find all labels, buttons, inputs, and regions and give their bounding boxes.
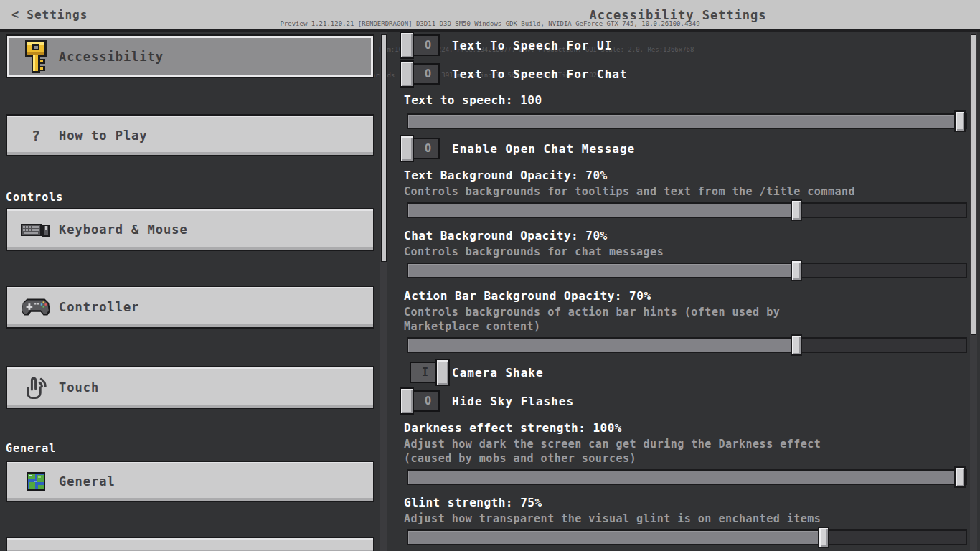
- settings-sidebar: Accessibility ? How to Play Controls: [0, 32, 391, 551]
- sidebar-item-label: Keyboard & Mouse: [59, 222, 188, 237]
- sidebar-item-how-to-play[interactable]: ? How to Play: [6, 114, 374, 156]
- key-icon: [20, 41, 52, 72]
- setting-camera-shake: I Camera Shake: [400, 362, 544, 383]
- slider-fill: [408, 115, 966, 128]
- toggle-state-glyph: O: [425, 395, 431, 408]
- content-scrollbar[interactable]: [970, 32, 977, 551]
- globe-icon: [20, 466, 52, 497]
- toggle-state-glyph: O: [425, 67, 431, 80]
- toggle-knob: [435, 359, 450, 386]
- setting-hide-sky-flashes: O Hide Sky Flashes: [400, 390, 574, 412]
- sidebar-item-touch[interactable]: Touch: [6, 366, 374, 409]
- sidebar-item-general[interactable]: General: [6, 461, 374, 502]
- slider-label: Text Background Opacity: 70%: [404, 169, 608, 182]
- slider-fill: [408, 531, 829, 544]
- controller-icon: [20, 291, 52, 323]
- touch-icon: [20, 372, 52, 403]
- toggle-hide-sky-flashes[interactable]: O: [400, 390, 440, 412]
- toggle-knob: [400, 60, 414, 88]
- slider-knob[interactable]: [954, 466, 966, 488]
- slider-description: Controls backgrounds of action bar hints…: [404, 305, 780, 334]
- sidebar-item-label: General: [59, 474, 116, 489]
- slider-knob[interactable]: [791, 334, 802, 356]
- slider-label: Action Bar Background Opacity: 70%: [404, 289, 651, 303]
- slider-glint-strength[interactable]: [407, 529, 967, 545]
- toggle-state-glyph: O: [425, 39, 431, 52]
- slider-text-to-speech[interactable]: [407, 113, 967, 129]
- slider-label: Text to speech: 100: [404, 93, 542, 107]
- section-label-general: General: [6, 442, 56, 455]
- toggle-text-to-speech-ui[interactable]: O: [400, 34, 440, 56]
- sidebar-scrollbar[interactable]: [380, 32, 387, 551]
- slider-fill: [408, 204, 802, 217]
- setting-text-to-speech-ui: O Text To Speech For UI: [400, 34, 612, 56]
- slider-description: Adjust how dark the screen can get durin…: [404, 437, 821, 466]
- toggle-label: Enable Open Chat Message: [452, 142, 635, 156]
- accessibility-settings-screen: Preview 1.21.120.21 [RENDERDRAGON] D3D11…: [0, 0, 980, 551]
- toggle-knob: [400, 387, 414, 415]
- slider-description: Adjust how transparent the visual glint …: [404, 512, 821, 526]
- sidebar-item-keyboard-mouse[interactable]: Keyboard & Mouse: [6, 208, 374, 251]
- slider-fill: [408, 339, 802, 352]
- sidebar-item-partial[interactable]: [6, 537, 374, 551]
- toggle-label: Text To Speech For UI: [452, 39, 612, 52]
- slider-text-background-opacity[interactable]: [407, 202, 967, 218]
- toggle-label: Text To Speech For Chat: [452, 67, 628, 81]
- toggle-label: Hide Sky Flashes: [452, 395, 574, 408]
- setting-text-to-speech-chat: O Text To Speech For Chat: [400, 63, 628, 85]
- sidebar-item-controller[interactable]: Controller: [6, 286, 374, 329]
- toggle-camera-shake[interactable]: I: [410, 362, 450, 383]
- sidebar-item-accessibility[interactable]: Accessibility: [6, 34, 374, 78]
- toggle-knob: [400, 32, 414, 59]
- slider-action-bar-background-opacity[interactable]: [407, 337, 967, 353]
- toggle-enable-open-chat-message[interactable]: O: [400, 138, 440, 159]
- back-chevron-icon: <: [11, 7, 19, 22]
- slider-knob[interactable]: [791, 260, 802, 281]
- toggle-label: Camera Shake: [452, 366, 544, 380]
- slider-darkness-effect-strength[interactable]: [407, 469, 967, 485]
- slider-fill: [408, 471, 966, 484]
- setting-enable-open-chat-message: O Enable Open Chat Message: [400, 138, 635, 159]
- accessibility-settings-panel: O Text To Speech For UI O Text To Speech…: [391, 0, 980, 551]
- slider-description: Controls backgrounds for chat messages: [404, 245, 664, 259]
- slider-knob[interactable]: [954, 110, 966, 132]
- sidebar-item-label: Controller: [59, 300, 139, 314]
- toggle-text-to-speech-chat[interactable]: O: [400, 63, 440, 85]
- slider-knob[interactable]: [818, 527, 829, 548]
- question-icon: ?: [20, 120, 52, 151]
- slider-label: Chat Background Opacity: 70%: [404, 229, 608, 242]
- sidebar-item-label: How to Play: [59, 128, 148, 143]
- slider-fill: [408, 264, 802, 277]
- slider-knob[interactable]: [791, 199, 802, 221]
- toggle-knob: [400, 135, 414, 162]
- slider-description: Controls backgrounds for tooltips and te…: [404, 184, 855, 199]
- sidebar-scrollbar-thumb[interactable]: [381, 34, 387, 262]
- back-label: Settings: [27, 8, 88, 22]
- slider-chat-background-opacity[interactable]: [407, 263, 967, 278]
- back-button[interactable]: < Settings: [11, 7, 88, 22]
- slider-label: Darkness effect strength: 100%: [404, 421, 622, 435]
- sidebar-item-label: Touch: [59, 380, 99, 395]
- content-scrollbar-thumb[interactable]: [971, 34, 976, 335]
- keyboard-mouse-icon: [20, 214, 52, 245]
- section-label-controls: Controls: [6, 191, 63, 204]
- toggle-state-glyph: I: [422, 366, 428, 379]
- slider-label: Glint strength: 75%: [404, 496, 542, 509]
- sidebar-item-label: Accessibility: [59, 50, 164, 64]
- toggle-state-glyph: O: [425, 142, 431, 155]
